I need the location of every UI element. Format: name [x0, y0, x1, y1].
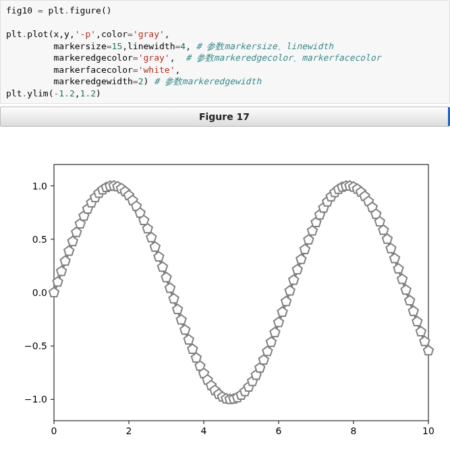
plot-area: 0246810−1.0−0.50.00.51.0 — [0, 151, 450, 441]
y-tick-label: −1.0 — [24, 394, 47, 405]
marker-pentagon-icon — [296, 255, 306, 264]
marker-pentagon-icon — [259, 355, 269, 365]
x-tick-label: 10 — [422, 425, 434, 436]
x-tick-label: 6 — [276, 425, 282, 436]
marker-pentagon-icon — [146, 233, 156, 242]
marker-pentagon-icon — [285, 286, 295, 295]
code-line-7: markeredgewidth=2) # 参数markeredgewidth — [6, 76, 261, 86]
y-tick-label: −0.5 — [24, 341, 47, 352]
code-line-4: markersize=15,linewidth=4, # 参数markersiz… — [6, 41, 333, 51]
marker-pentagon-icon — [72, 227, 81, 237]
chart-svg: 0246810−1.0−0.50.00.51.0 — [7, 151, 439, 441]
marker-pentagon-icon — [277, 307, 287, 317]
x-tick-label: 2 — [126, 425, 132, 436]
marker-pentagon-icon — [150, 242, 160, 251]
x-tick-label: 8 — [351, 425, 357, 436]
x-tick-label: 4 — [201, 425, 207, 436]
marker-pentagon-icon — [173, 305, 182, 314]
code-line-3: plt.plot(x,y,'-p',color='gray', — [6, 29, 170, 39]
marker-pentagon-icon — [405, 296, 414, 305]
marker-pentagon-icon — [154, 252, 163, 262]
marker-pentagon-icon — [188, 345, 197, 354]
marker-pentagon-icon — [53, 277, 62, 287]
marker-pentagon-icon — [304, 235, 313, 245]
marker-pentagon-icon — [169, 294, 178, 303]
marker-pentagon-icon — [416, 327, 426, 336]
marker-pentagon-icon — [393, 264, 403, 274]
marker-pentagon-icon — [262, 347, 272, 356]
marker-pentagon-icon — [412, 317, 422, 326]
marker-pentagon-icon — [289, 275, 298, 285]
marker-pentagon-icon — [293, 265, 302, 274]
y-tick-label: 0.5 — [32, 234, 47, 245]
code-line-8: plt.ylim(-1.2,1.2) — [6, 88, 101, 98]
code-line-5: markeredgecolor='gray', # 参数markeredgeco… — [6, 53, 381, 63]
code-line-6: markerfacecolor='white', — [6, 65, 180, 75]
marker-pentagon-icon — [383, 235, 392, 244]
marker-pentagon-icon — [158, 262, 167, 272]
marker-pentagon-icon — [61, 256, 70, 266]
marker-pentagon-icon — [386, 244, 395, 254]
marker-pentagon-icon — [274, 318, 283, 327]
y-tick-label: 1.0 — [32, 181, 47, 191]
figure-title: Figure 17 — [199, 111, 250, 122]
code-line-1: fig10 = plt.figure() — [6, 5, 112, 16]
marker-pentagon-icon — [165, 283, 175, 293]
marker-pentagon-icon — [424, 346, 433, 355]
marker-pentagon-icon — [409, 306, 418, 316]
marker-pentagon-icon — [397, 274, 407, 284]
marker-pentagon-icon — [266, 337, 276, 347]
y-tick-label: 0.0 — [32, 287, 47, 298]
figure-title-bar: Figure 17 — [0, 107, 450, 127]
x-tick-label: 0 — [51, 425, 57, 436]
marker-pentagon-icon — [300, 245, 310, 254]
marker-pentagon-icon — [68, 237, 78, 246]
marker-pentagon-icon — [49, 288, 59, 297]
marker-pentagon-icon — [177, 315, 186, 324]
marker-pentagon-icon — [180, 325, 190, 334]
marker-pentagon-icon — [401, 285, 411, 295]
marker-pentagon-icon — [420, 336, 429, 346]
marker-pentagon-icon — [161, 273, 171, 282]
marker-pentagon-icon — [390, 254, 399, 263]
marker-pentagon-icon — [281, 297, 291, 306]
marker-pentagon-icon — [270, 328, 279, 337]
marker-pentagon-icon — [184, 335, 194, 345]
marker-pentagon-icon — [57, 266, 66, 276]
code-cell: fig10 = plt.figure() plt.plot(x,y,'-p',c… — [0, 0, 450, 104]
marker-pentagon-icon — [64, 246, 74, 256]
